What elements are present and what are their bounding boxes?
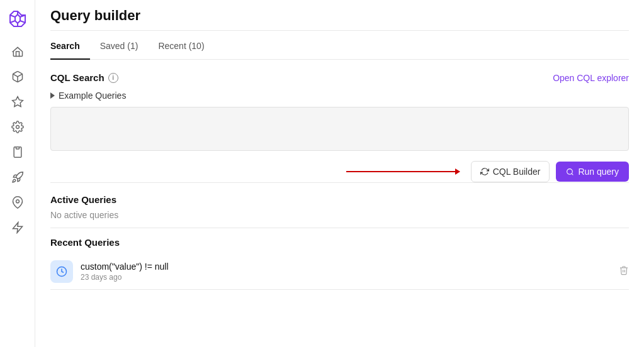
sidebar <box>0 0 35 347</box>
recent-item-info: custom("value") != null 23 days ago <box>81 262 611 282</box>
tab-search[interactable]: Search <box>50 32 90 60</box>
svg-rect-9 <box>16 147 19 149</box>
arrow-indicator <box>50 171 465 172</box>
svg-point-8 <box>16 126 19 129</box>
svg-line-5 <box>10 15 15 17</box>
cql-search-title: CQL Search i <box>50 72 118 83</box>
sidebar-item-pin[interactable] <box>6 191 29 214</box>
list-item: custom("value") != null 23 days ago <box>50 254 629 290</box>
info-icon[interactable]: i <box>108 73 118 83</box>
sidebar-item-lightning[interactable] <box>6 216 29 239</box>
run-query-button[interactable]: Run query <box>556 162 629 182</box>
sidebar-item-star[interactable] <box>6 91 29 113</box>
open-cql-explorer-link[interactable]: Open CQL explorer <box>553 73 629 83</box>
svg-line-2 <box>20 21 25 23</box>
main-content: Query builder Search Saved (1) Recent (1… <box>35 0 644 347</box>
cql-builder-button[interactable]: CQL Builder <box>471 161 550 182</box>
sidebar-item-rocket[interactable] <box>6 166 29 189</box>
svg-line-4 <box>10 21 15 23</box>
no-active-queries-label: No active queries <box>50 210 629 228</box>
svg-line-13 <box>572 174 573 175</box>
svg-marker-7 <box>12 97 23 107</box>
page-title: Query builder <box>50 0 629 31</box>
tab-saved[interactable]: Saved (1) <box>100 32 149 60</box>
arrow-line <box>346 171 460 172</box>
sync-icon <box>480 167 489 176</box>
query-actions-bar: CQL Builder Run query <box>50 161 629 182</box>
recent-item-query: custom("value") != null <box>81 262 611 272</box>
recent-item-icon <box>50 260 73 283</box>
sidebar-item-settings[interactable] <box>6 116 29 138</box>
active-queries-title: Active Queries <box>50 182 629 210</box>
svg-point-12 <box>567 168 573 174</box>
logo <box>6 8 29 30</box>
query-input[interactable] <box>50 107 629 151</box>
sidebar-item-cube[interactable] <box>6 65 29 88</box>
recent-item-time: 23 days ago <box>81 273 611 282</box>
svg-point-10 <box>16 200 19 203</box>
svg-marker-11 <box>13 223 22 233</box>
delete-recent-icon[interactable] <box>619 265 629 278</box>
sidebar-item-clipboard[interactable] <box>6 141 29 163</box>
tabs-bar: Search Saved (1) Recent (10) <box>50 32 629 60</box>
example-queries-toggle[interactable]: Example Queries <box>50 91 629 101</box>
search-icon <box>566 168 574 176</box>
sidebar-item-home[interactable] <box>6 40 29 63</box>
chevron-right-icon <box>50 92 55 99</box>
cql-search-header: CQL Search i Open CQL explorer <box>50 72 629 83</box>
recent-queries-title: Recent Queries <box>50 228 629 254</box>
tab-recent[interactable]: Recent (10) <box>158 32 214 60</box>
